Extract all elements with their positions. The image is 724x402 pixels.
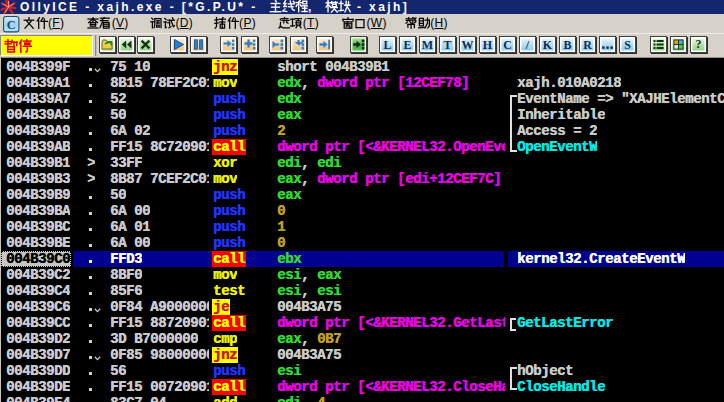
svg-text:?: ?: [696, 38, 702, 51]
svg-text:C: C: [7, 17, 16, 31]
